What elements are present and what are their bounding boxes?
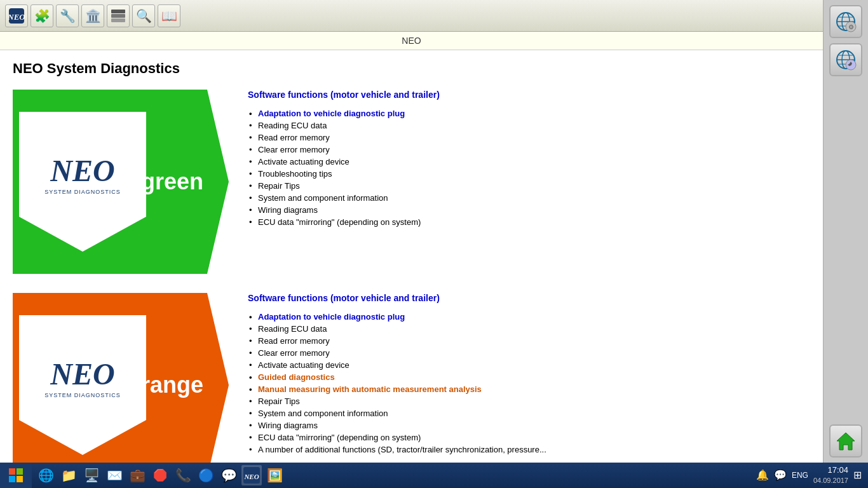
- list-item: Activate actuating device: [248, 359, 810, 371]
- taskbar-app3-icon[interactable]: 🛑: [150, 465, 170, 485]
- list-item[interactable]: Adaptation to vehicle diagnostic plug: [248, 311, 810, 323]
- taskbar-right: 🔔 💬 ENG 17:04 04.09.2017 ⊞: [750, 464, 868, 486]
- taskbar: 🌐 📁 🖥️ ✉️ 💼 🛑 📞 🔵 💬 NEO 🖼️ 🔔 💬 ENG 17:04…: [0, 463, 868, 488]
- green-sw-title: Software functions (motor vehicle and tr…: [248, 90, 810, 100]
- taskbar-neo-active[interactable]: NEO: [241, 465, 262, 485]
- list-item: Reading ECU data: [248, 323, 810, 335]
- list-item: Repair Tips: [248, 395, 810, 407]
- green-label: green: [141, 168, 203, 195]
- taskbar-mail-icon[interactable]: ✉️: [104, 465, 125, 485]
- taskbar-comment-icon: 💬: [774, 469, 787, 481]
- svg-rect-22: [17, 476, 23, 482]
- taskbar-app2-icon[interactable]: 💼: [127, 465, 147, 485]
- list-item: Troubleshooting tips: [248, 168, 810, 180]
- book-button[interactable]: 📖: [158, 4, 180, 27]
- content-title: NEO: [0, 32, 823, 50]
- neo-icon-button[interactable]: NEO: [5, 4, 28, 27]
- list-item: Wiring diagrams: [248, 204, 810, 216]
- start-button[interactable]: [0, 463, 32, 488]
- list-item: ECU data "mirroring" (depending on syste…: [248, 431, 810, 444]
- green-arrow: NEO SYSTEM DIAGNOSTICS green: [13, 90, 229, 274]
- list-item: Wiring diagrams: [248, 419, 810, 431]
- layers-button[interactable]: [107, 4, 130, 27]
- svg-rect-19: [9, 468, 15, 475]
- list-item: Repair Tips: [248, 180, 810, 192]
- search-button[interactable]: 🔍: [132, 4, 155, 27]
- list-item: ECU data "mirroring" (depending on syste…: [248, 216, 810, 228]
- svg-marker-18: [837, 433, 855, 450]
- orange-arrow-bg: NEO SYSTEM DIAGNOSTICS orange: [13, 293, 229, 463]
- right-panel: ⚙: [823, 0, 868, 463]
- main-window: NEO NEO System Diagnostics NEO SYSTEM DI…: [0, 32, 823, 463]
- window-title: NEO: [402, 36, 421, 46]
- svg-rect-20: [17, 468, 23, 475]
- orange-sw-title: Software functions (motor vehicle and tr…: [248, 293, 810, 303]
- list-item: Activate actuating device: [248, 156, 810, 168]
- list-item: A number of additional functions (SD, tr…: [248, 444, 810, 456]
- taskbar-app4-icon[interactable]: 📞: [173, 465, 193, 485]
- svg-text:NEO: NEO: [243, 473, 259, 480]
- svg-text:⚙: ⚙: [848, 24, 854, 30]
- orange-product-section: NEO SYSTEM DIAGNOSTICS orange Software f…: [13, 293, 810, 463]
- green-sw-functions: Software functions (motor vehicle and tr…: [248, 90, 810, 228]
- taskbar-skype-icon[interactable]: 💬: [219, 465, 239, 485]
- settings-button[interactable]: [829, 43, 862, 76]
- list-item: Reading ECU data: [248, 119, 810, 132]
- wrench-button[interactable]: 🔧: [56, 4, 79, 27]
- green-product-section: NEO SYSTEM DIAGNOSTICS green Software fu…: [13, 90, 810, 274]
- orange-sw-list: Adaptation to vehicle diagnostic plug Re…: [248, 311, 810, 456]
- taskbar-chrome-icon[interactable]: 🔵: [196, 465, 216, 485]
- taskbar-quick-launch: 🌐 📁 🖥️ ✉️ 💼 🛑 📞 🔵 💬 NEO 🖼️: [32, 465, 288, 485]
- taskbar-folder-icon[interactable]: 📁: [58, 465, 79, 485]
- svg-rect-3: [111, 14, 125, 18]
- orange-arrow: NEO SYSTEM DIAGNOSTICS orange: [13, 293, 229, 463]
- svg-rect-2: [111, 10, 125, 13]
- content-area[interactable]: NEO System Diagnostics NEO SYSTEM DIAGNO…: [0, 50, 823, 463]
- list-item: System and component information: [248, 192, 810, 204]
- taskbar-app1-icon[interactable]: 🖥️: [81, 465, 102, 485]
- globe-settings-button[interactable]: ⚙: [829, 5, 862, 38]
- list-item[interactable]: Guided diagnostics: [248, 371, 810, 383]
- list-item: Clear error memory: [248, 347, 810, 359]
- green-arrow-bg: NEO SYSTEM DIAGNOSTICS green: [13, 90, 229, 274]
- list-item: Read error memory: [248, 132, 810, 144]
- svg-rect-4: [111, 18, 125, 22]
- list-item: System and component information: [248, 407, 810, 419]
- list-item: Clear error memory: [248, 144, 810, 156]
- svg-rect-21: [9, 476, 15, 482]
- pillar-button[interactable]: 🏛️: [81, 4, 104, 27]
- green-neo-logo: NEO SYSTEM DIAGNOSTICS: [19, 112, 146, 252]
- page-heading: NEO System Diagnostics: [13, 60, 810, 77]
- list-item[interactable]: Manual measuring with automatic measurem…: [248, 383, 810, 395]
- home-button[interactable]: [829, 424, 862, 458]
- taskbar-clock: 17:04 04.09.2017: [813, 464, 848, 486]
- taskbar-show-desktop[interactable]: ⊞: [853, 469, 862, 481]
- svg-text:NEO: NEO: [8, 12, 25, 22]
- taskbar-photo-icon[interactable]: 🖼️: [264, 465, 285, 485]
- taskbar-notification-icon: 🔔: [756, 469, 769, 481]
- puzzle-button[interactable]: 🧩: [31, 4, 53, 27]
- green-sw-list: Adaptation to vehicle diagnostic plug Re…: [248, 107, 810, 228]
- taskbar-ie-icon[interactable]: 🌐: [36, 465, 56, 485]
- list-item[interactable]: Adaptation to vehicle diagnostic plug: [248, 107, 810, 119]
- orange-label: orange: [127, 372, 203, 398]
- toolbar: NEO 🧩 🔧 🏛️ 🔍 📖: [0, 0, 823, 32]
- orange-sw-functions: Software functions (motor vehicle and tr…: [248, 293, 810, 456]
- taskbar-lang: ENG: [792, 471, 808, 480]
- list-item: Read error memory: [248, 335, 810, 347]
